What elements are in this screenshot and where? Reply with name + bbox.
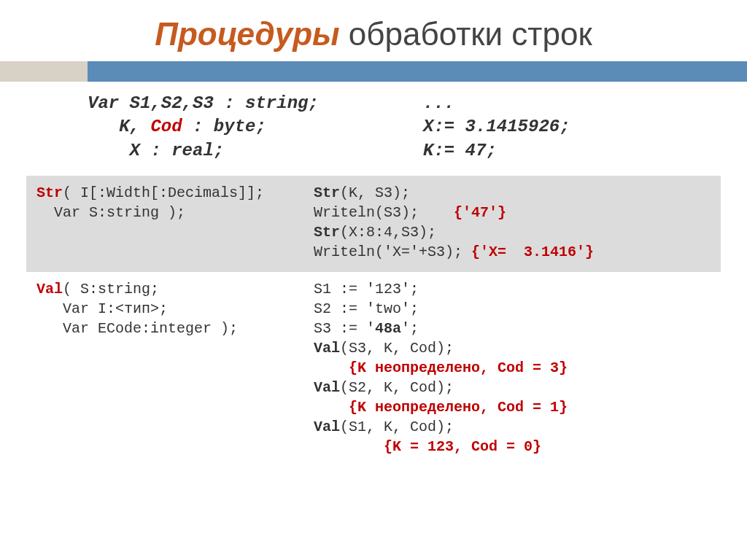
code-line: Writeln(S3); {'47'} bbox=[314, 203, 711, 222]
code-line: S1 := '123'; bbox=[314, 279, 711, 299]
code-line: {K неопределено, Cod = 1} bbox=[314, 397, 711, 417]
fn-str: Str bbox=[314, 184, 340, 201]
syntax-cell: Str( I[:Width[:Decimals]]; Var S:string … bbox=[26, 176, 303, 272]
code-line: Str(K, S3); bbox=[314, 183, 711, 203]
decl-line: ... bbox=[423, 92, 718, 115]
fn-val: Val bbox=[314, 419, 340, 435]
decl-line: Var S1,S2,S3 : string; bbox=[88, 92, 409, 115]
decl-line: X:= 3.1415926; bbox=[423, 115, 718, 139]
comment: {'47'} bbox=[454, 204, 506, 221]
cod-keyword: Cod bbox=[150, 117, 182, 136]
fn-str: Str bbox=[314, 224, 340, 241]
fn-val: Val bbox=[36, 281, 63, 298]
code-line: Val( S:string; bbox=[36, 279, 293, 299]
table-row: Str( I[:Width[:Decimals]]; Var S:string … bbox=[26, 176, 721, 272]
example-cell: S1 := '123'; S2 := 'two'; S3 := '48a'; V… bbox=[303, 272, 721, 467]
code-line: Var ECode:integer ); bbox=[36, 319, 293, 338]
procedures-table: Str( I[:Width[:Decimals]]; Var S:string … bbox=[26, 176, 721, 467]
code-line: Writeln('X='+S3); {'X= 3.1416'} bbox=[314, 242, 711, 262]
slide-title: Процедуры обработки строк bbox=[0, 16, 747, 52]
code-line: Var S:string ); bbox=[36, 203, 293, 222]
title-rest: обработки строк bbox=[340, 16, 592, 52]
example-cell: Str(K, S3); Writeln(S3); {'47'} Str(X:8:… bbox=[303, 176, 721, 272]
code-line: {K = 123, Cod = 0} bbox=[314, 437, 711, 456]
code-line: Str( I[:Width[:Decimals]]; bbox=[36, 183, 293, 203]
fn-val: Val bbox=[314, 379, 340, 396]
comment: {K = 123, Cod = 0} bbox=[314, 437, 541, 456]
decl-line: K:= 47; bbox=[423, 139, 718, 163]
comment: {K неопределено, Cod = 1} bbox=[314, 397, 568, 417]
code-line: {K неопределено, Cod = 3} bbox=[314, 358, 711, 378]
code-line: Val(S3, K, Cod); bbox=[314, 338, 711, 358]
divider-stripe bbox=[0, 61, 747, 82]
comment: {K неопределено, Cod = 3} bbox=[314, 358, 568, 378]
decl-line: X : real; bbox=[88, 139, 409, 163]
table-row: Val( S:string; Var I:<тип>; Var ECode:in… bbox=[26, 272, 721, 467]
syntax-cell: Val( S:string; Var I:<тип>; Var ECode:in… bbox=[26, 272, 303, 467]
code-line: Str(X:8:4,S3); bbox=[314, 222, 711, 242]
comment: {'X= 3.1416'} bbox=[471, 244, 594, 260]
stripe-left bbox=[0, 61, 88, 82]
fn-str: Str bbox=[36, 184, 63, 201]
title-accent: Процедуры bbox=[155, 16, 339, 52]
code-line: Var I:<тип>; bbox=[36, 299, 293, 319]
code-line: Val(S2, K, Cod); bbox=[314, 378, 711, 397]
slide-title-wrap: Процедуры обработки строк bbox=[0, 0, 747, 61]
code-line: Val(S1, K, Cod); bbox=[314, 417, 711, 437]
decl-line: K, Cod : byte; bbox=[88, 115, 409, 139]
code-line: S3 := '48a'; bbox=[314, 319, 711, 338]
declarations-right: ... X:= 3.1415926; K:= 47; bbox=[409, 92, 718, 163]
fn-val: Val bbox=[314, 340, 340, 357]
declarations: Var S1,S2,S3 : string; K, Cod : byte; X … bbox=[0, 82, 747, 176]
stripe-right bbox=[88, 61, 747, 82]
code-line: S2 := 'two'; bbox=[314, 299, 711, 319]
declarations-left: Var S1,S2,S3 : string; K, Cod : byte; X … bbox=[88, 92, 409, 163]
